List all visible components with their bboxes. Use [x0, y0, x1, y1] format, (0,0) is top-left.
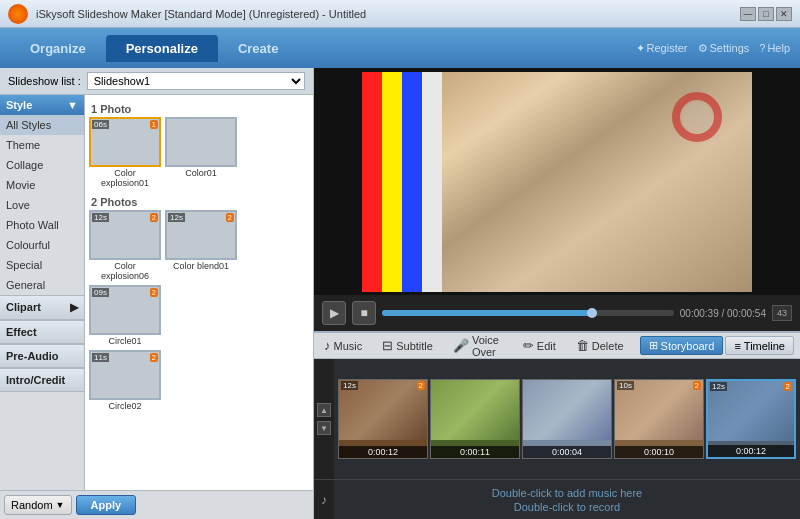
transport-controls: ▶ ■ 00:00:39 / 00:00:54 43 — [314, 295, 800, 331]
sb-badge: 12s — [341, 381, 358, 390]
thumb-badge: 09s — [92, 288, 109, 297]
settings-button[interactable]: ⚙ Settings — [698, 42, 750, 55]
sb-time: 0:00:04 — [523, 446, 611, 458]
style-header: Style ▼ — [0, 95, 84, 115]
tab-create[interactable]: Create — [218, 35, 298, 62]
color-bar-yellow — [382, 72, 402, 292]
thumb-badge2: 2 — [150, 353, 158, 362]
sb-up-button[interactable]: ▲ — [317, 403, 331, 417]
edit-icon: ✏ — [523, 338, 534, 353]
time-display: 00:00:39 / 00:00:54 — [680, 308, 766, 319]
slideshow-bar: Slideshow list : Slideshow1 — [0, 68, 313, 95]
sb-content: 12s 2 0:00:12 0:00:11 0:00:04 10s 2 0:00 — [334, 359, 800, 479]
play-button[interactable]: ▶ — [322, 301, 346, 325]
style-item-allstyles[interactable]: All Styles — [0, 115, 84, 135]
stop-button[interactable]: ■ — [352, 301, 376, 325]
slideshow-label: Slideshow list : — [8, 75, 81, 87]
style-item-love[interactable]: Love — [0, 195, 84, 215]
music-record-text[interactable]: Double-click to record — [514, 501, 620, 513]
minimize-button[interactable]: — — [740, 7, 756, 21]
tab-organize[interactable]: Organize — [10, 35, 106, 62]
sb-time: 0:00:12 — [708, 445, 794, 457]
tab-storyboard[interactable]: ⊞ Storyboard — [640, 336, 724, 355]
delete-button[interactable]: 🗑 Delete — [572, 336, 628, 355]
window-title: iSkysoft Slideshow Maker [Standard Mode]… — [36, 8, 740, 20]
progress-handle[interactable] — [587, 308, 597, 318]
thumb-badge2: 2 — [150, 213, 158, 222]
thumb-badge2: 2 — [226, 213, 234, 222]
effect-button[interactable]: Effect — [0, 320, 84, 344]
tab-timeline[interactable]: ≡ Timeline — [725, 336, 794, 355]
thumb-label: Color explosion06 — [89, 261, 161, 281]
left-content: Style ▼ All Styles Theme Collage Movie L… — [0, 95, 313, 490]
slideshow-select[interactable]: Slideshow1 — [87, 72, 305, 90]
dropdown-arrow-icon: ▼ — [56, 500, 65, 510]
music-drop-area[interactable]: Double-click to add music here Double-cl… — [334, 487, 800, 513]
preview-photo — [442, 72, 752, 292]
style-content: 1 Photo 06s 1 Color explosion01 Color01 — [85, 95, 313, 490]
music-button[interactable]: ♪ Music — [320, 336, 366, 355]
settings-icon: ⚙ — [698, 42, 708, 55]
help-button[interactable]: ? Help — [759, 42, 790, 54]
quality-button[interactable]: 43 — [772, 305, 792, 321]
storyboard-thumb-0[interactable]: 12s 2 0:00:12 — [338, 379, 428, 459]
color-bar-red — [362, 72, 382, 292]
register-button[interactable]: ✦ Register — [636, 42, 688, 55]
progress-bar[interactable] — [382, 310, 674, 316]
storyboard-thumb-2[interactable]: 0:00:04 — [522, 379, 612, 459]
storyboard-thumb-4[interactable]: 12s 2 0:00:12 — [706, 379, 796, 459]
sb-time: 0:00:12 — [339, 446, 427, 458]
thumb-color-blend01[interactable]: 12s 2 Color blend01 — [165, 210, 237, 281]
style-item-theme[interactable]: Theme — [0, 135, 84, 155]
color-bar-white — [422, 72, 442, 292]
pre-audio-button[interactable]: Pre-Audio — [0, 344, 84, 368]
style-item-general[interactable]: General — [0, 275, 84, 295]
storyboard-thumb-3[interactable]: 10s 2 0:00:10 — [614, 379, 704, 459]
thumb-badge2: 2 — [150, 288, 158, 297]
style-item-photowall[interactable]: Photo Wall — [0, 215, 84, 235]
thumb-color01[interactable]: Color01 — [165, 117, 237, 188]
maximize-button[interactable]: □ — [758, 7, 774, 21]
style-item-movie[interactable]: Movie — [0, 175, 84, 195]
topnav: Organize Personalize Create ✦ Register ⚙… — [0, 28, 800, 68]
thumb-label: Color explosion01 — [89, 168, 161, 188]
edit-button[interactable]: ✏ Edit — [519, 336, 560, 355]
apply-button[interactable]: Apply — [76, 495, 137, 515]
delete-icon: 🗑 — [576, 338, 589, 353]
thumb-badge2: 1 — [150, 120, 158, 129]
music-track: ♪ Double-click to add music here Double-… — [314, 479, 800, 519]
thumb-badge: 12s — [92, 213, 109, 222]
thumb-circle01[interactable]: 09s 2 Circle01 — [89, 285, 161, 346]
random-button[interactable]: Random ▼ — [4, 495, 72, 515]
thumbnails-2photos: 12s 2 Color explosion06 12s 2 Color blen… — [89, 210, 309, 350]
clipart-button[interactable]: Clipart ▶ — [0, 295, 84, 320]
subtitle-button[interactable]: ⊟ Subtitle — [378, 336, 437, 355]
color-bars — [362, 72, 442, 292]
sb-time: 0:00:11 — [431, 446, 519, 458]
section1-label: 1 Photo — [89, 99, 309, 117]
music-add-text[interactable]: Double-click to add music here — [492, 487, 642, 499]
voiceover-button[interactable]: 🎤 Voice Over — [449, 332, 507, 360]
preview-inner — [362, 72, 752, 292]
sb-down-button[interactable]: ▼ — [317, 421, 331, 435]
bottom-toolbar: ♪ Music ⊟ Subtitle 🎤 Voice Over ✏ Edit 🗑… — [314, 331, 800, 359]
clipart-arrow-icon: ▶ — [70, 301, 78, 314]
thumb-color-explosion01[interactable]: 06s 1 Color explosion01 — [89, 117, 161, 188]
thumbnails-1photo: 06s 1 Color explosion01 Color01 — [89, 117, 309, 192]
style-item-special[interactable]: Special — [0, 255, 84, 275]
thumb-circle02[interactable]: 11s 2 Circle02 — [89, 350, 161, 411]
close-button[interactable]: ✕ — [776, 7, 792, 21]
thumb-badge: 06s — [92, 120, 109, 129]
storyboard-thumb-1[interactable]: 0:00:11 — [430, 379, 520, 459]
intro-credit-button[interactable]: Intro/Credit — [0, 368, 84, 392]
style-item-colourful[interactable]: Colourful — [0, 235, 84, 255]
help-icon: ? — [759, 42, 765, 54]
style-item-collage[interactable]: Collage — [0, 155, 84, 175]
thumb-color-explosion06[interactable]: 12s 2 Color explosion06 — [89, 210, 161, 281]
subtitle-icon: ⊟ — [382, 338, 393, 353]
play-icon: ▶ — [330, 306, 339, 320]
tab-personalize[interactable]: Personalize — [106, 35, 218, 62]
progress-fill — [382, 310, 592, 316]
thumb-label: Circle01 — [89, 336, 161, 346]
preview-area — [314, 68, 800, 295]
